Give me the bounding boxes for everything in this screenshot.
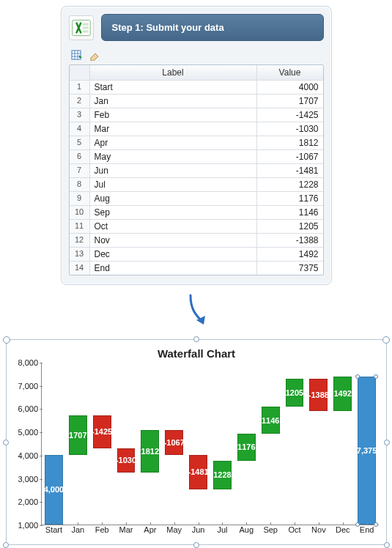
table-row[interactable]: 9Aug1176 [70, 192, 323, 206]
x-tick-label: Nov [306, 525, 330, 538]
table-row[interactable]: 12Nov-1388 [70, 234, 323, 248]
table-row[interactable]: 1Start4000 [70, 81, 323, 95]
y-tick-label: 2,000 [13, 497, 38, 506]
column-header-value[interactable]: Value [257, 65, 323, 80]
bar-data-label: 4,000 [44, 485, 64, 494]
row-number: 8 [70, 178, 90, 191]
bar-increase[interactable]: 1205 [286, 379, 304, 407]
cell-label[interactable]: Sep [90, 206, 257, 219]
x-tick-label: Sep [259, 525, 283, 538]
x-tick-label: Apr [138, 525, 162, 538]
bar-decrease[interactable]: -1388 [309, 379, 328, 411]
cell-label[interactable]: Oct [90, 220, 257, 233]
row-number: 1 [70, 81, 90, 94]
row-number: 13 [70, 248, 90, 261]
bar-increase[interactable]: 1707 [69, 415, 87, 455]
cell-label[interactable]: Nov [90, 234, 257, 247]
table-row[interactable]: 5Apr1812 [70, 136, 323, 150]
cell-value[interactable]: 1176 [257, 192, 323, 205]
cell-label[interactable]: Aug [90, 192, 257, 205]
cell-label[interactable]: Dec [90, 248, 257, 261]
eraser-icon[interactable] [88, 48, 101, 62]
cell-value[interactable]: 1492 [257, 248, 323, 261]
x-tick-label: Jan [66, 525, 90, 538]
table-row[interactable]: 11Oct1205 [70, 220, 323, 234]
table-row[interactable]: 2Jan1707 [70, 95, 323, 108]
cell-value[interactable]: -1481 [257, 164, 323, 177]
bar-increase[interactable]: 1492 [333, 377, 352, 411]
row-number: 5 [70, 136, 90, 149]
cell-value[interactable]: -1030 [257, 122, 323, 136]
table-row[interactable]: 8Jul1228 [70, 178, 323, 192]
table-row[interactable]: 4Mar-1030 [70, 122, 323, 136]
bar-data-label: 7,375 [357, 446, 377, 455]
table-row[interactable]: 13Dec1492 [70, 248, 323, 262]
bar-decrease[interactable]: -1481 [189, 455, 207, 489]
cell-label[interactable]: End [90, 262, 257, 275]
y-tick-label: 3,000 [13, 475, 38, 484]
x-tick-label: Aug [234, 525, 259, 538]
x-tick-label: May [162, 525, 186, 538]
y-tick-label: 4,000 [13, 451, 38, 460]
x-tick-label: Start [42, 525, 66, 538]
import-spreadsheet-icon[interactable] [70, 48, 84, 62]
cell-label[interactable]: Jun [90, 164, 257, 177]
cell-label[interactable]: Start [90, 81, 257, 94]
table-row[interactable]: 14End7375 [70, 262, 323, 275]
data-grid[interactable]: Label Value 1Start40002Jan17073Feb-14254… [69, 64, 324, 275]
panel-header: Step 1: Submit your data [69, 14, 324, 41]
y-axis: 1,0002,0003,0004,0005,0006,0007,0008,000 [14, 363, 42, 525]
bar-total[interactable]: 4,000 [45, 455, 63, 525]
row-number: 3 [70, 108, 90, 122]
bar-decrease[interactable]: -1067 [165, 430, 183, 455]
cell-value[interactable]: -1425 [257, 108, 323, 122]
cell-value[interactable]: 7375 [257, 262, 323, 275]
table-row[interactable]: 6May-1067 [70, 150, 323, 164]
table-row[interactable]: 3Feb-1425 [70, 108, 323, 122]
bar-increase[interactable]: 1146 [262, 407, 280, 433]
cell-value[interactable]: 1146 [257, 206, 323, 219]
cell-value[interactable]: -1067 [257, 150, 323, 163]
y-tick-label: 5,000 [13, 428, 38, 437]
bar-data-label: 1146 [262, 416, 279, 425]
table-row[interactable]: 10Sep1146 [70, 206, 323, 220]
table-row[interactable]: 7Jun-1481 [70, 164, 323, 178]
bar-total[interactable]: 7,375 [358, 377, 376, 525]
flow-arrow-icon [6, 294, 386, 333]
bar-decrease[interactable]: -1030 [117, 448, 136, 473]
chart-title: Waterfall Chart [10, 347, 383, 360]
waterfall-chart[interactable]: Waterfall Chart 1,0002,0003,0004,0005,00… [6, 339, 387, 545]
bar-increase[interactable]: 1176 [237, 434, 256, 461]
bar-increase[interactable]: 1812 [141, 430, 159, 472]
x-tick-label: Dec [330, 525, 355, 538]
grid-corner [70, 65, 90, 80]
bar-data-label: 1812 [141, 447, 159, 456]
selection-handle-icon[interactable] [355, 374, 360, 379]
cell-value[interactable]: 1707 [257, 95, 323, 108]
cell-label[interactable]: Mar [90, 122, 257, 136]
bar-data-label: -1067 [164, 438, 185, 447]
row-number: 12 [70, 234, 90, 247]
cell-label[interactable]: Feb [90, 108, 257, 122]
cell-label[interactable]: Apr [90, 136, 257, 149]
x-tick-label: Feb [90, 525, 114, 538]
cell-label[interactable]: May [90, 150, 257, 163]
column-header-label[interactable]: Label [90, 65, 257, 80]
cell-label[interactable]: Jan [90, 95, 257, 108]
selection-handle-icon[interactable] [374, 374, 378, 379]
cell-value[interactable]: 4000 [257, 81, 323, 94]
chart-plot-area[interactable]: 1,0002,0003,0004,0005,0006,0007,0008,000… [14, 363, 379, 538]
bar-increase[interactable]: 1228 [213, 461, 232, 489]
cell-label[interactable]: Jul [90, 178, 257, 191]
bar-decrease[interactable]: -1425 [93, 415, 111, 448]
x-tick-label: Oct [283, 525, 307, 538]
row-number: 7 [70, 164, 90, 177]
data-panel: Step 1: Submit your data Label Value 1St… [61, 6, 332, 285]
plot-region[interactable]: 4,0001707-1425-10301812-1067-14811228117… [42, 363, 379, 525]
cell-value[interactable]: 1228 [257, 178, 323, 191]
row-number: 14 [70, 262, 90, 275]
cell-value[interactable]: 1205 [257, 220, 323, 233]
cell-value[interactable]: -1388 [257, 234, 323, 247]
row-number: 6 [70, 150, 90, 163]
cell-value[interactable]: 1812 [257, 136, 323, 149]
